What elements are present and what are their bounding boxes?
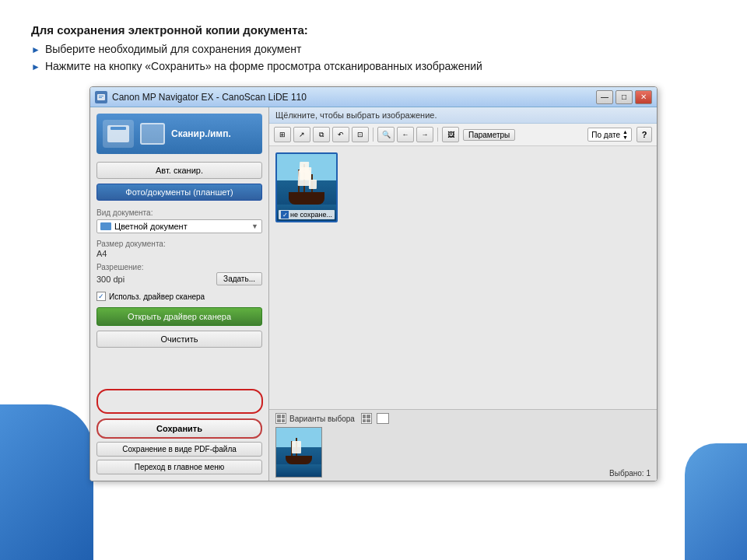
selection-single-icon bbox=[377, 413, 389, 424]
params-button[interactable]: Параметры bbox=[463, 129, 515, 141]
toolbar-zoom-btn[interactable]: 🔍 bbox=[377, 127, 395, 142]
selection-grid-icon-2 bbox=[361, 413, 372, 424]
window-title: Canon MP Navigator EX - CanoScan LiDE 11… bbox=[112, 92, 596, 103]
bullet-icon-2: ► bbox=[31, 61, 40, 72]
toolbar-rotate-btn[interactable]: ↶ bbox=[332, 127, 349, 142]
selection-ship-image bbox=[276, 428, 321, 477]
help-button[interactable]: ? bbox=[637, 127, 652, 142]
selection-label-text: Варианты выбора bbox=[289, 415, 355, 423]
minimize-button[interactable]: — bbox=[596, 90, 613, 104]
toolbar-crop-btn[interactable]: ⊡ bbox=[352, 127, 369, 142]
instruction-title: Для сохранения электронной копии докумен… bbox=[31, 23, 716, 37]
window-body: Сканир./имп. Авт. сканир. Фото/документы… bbox=[90, 107, 657, 481]
selection-grid-icon bbox=[275, 413, 286, 424]
resolution-value: 300 dpi bbox=[96, 275, 216, 284]
sail-4 bbox=[309, 180, 317, 189]
toolbar-image-btn[interactable]: 🖼 bbox=[442, 127, 459, 142]
selection-section: Варианты выбора bbox=[269, 409, 657, 481]
bullet-icon-1: ► bbox=[31, 44, 40, 55]
bottom-buttons: Сохранить Сохранение в виде PDF-файла Пе… bbox=[96, 418, 262, 474]
params-label: Параметры bbox=[468, 131, 510, 139]
doc-type-icon bbox=[100, 222, 111, 230]
not-saved-label: не сохране... bbox=[290, 211, 332, 219]
image-grid: ✓ не сохране... bbox=[275, 152, 651, 222]
toolbar-copy-btn[interactable]: ⧉ bbox=[313, 127, 330, 142]
right-panel: Щёлкните, чтобы выбрать изображение. ⊞ ↗… bbox=[269, 107, 657, 481]
right-toolbar: ⊞ ↗ ⧉ ↶ ⊡ 🔍 ← → 🖼 Параметры По дате bbox=[269, 124, 657, 146]
doc-size-label: Размер документа: bbox=[96, 240, 262, 248]
auto-scan-button[interactable]: Авт. сканир. bbox=[96, 162, 262, 179]
sort-label: По дате bbox=[591, 131, 620, 139]
page-content: Для сохранения электронной копии докумен… bbox=[0, 0, 747, 497]
toolbar-sep-1 bbox=[373, 128, 374, 142]
scanner-header: Сканир./имп. bbox=[96, 114, 262, 154]
top-hint-text: Щёлкните, чтобы выбрать изображение. bbox=[275, 110, 437, 120]
maximize-button[interactable]: □ bbox=[615, 90, 633, 104]
resolution-row: 300 dpi Задать... bbox=[96, 272, 262, 285]
grid-cell-2 bbox=[282, 415, 286, 418]
bullet-text-1: Выберите необходимый для сохранения доку… bbox=[45, 43, 302, 55]
instructions-block: Для сохранения электронной копии докумен… bbox=[31, 23, 716, 72]
thumb-inner-1: ✓ не сохране... bbox=[275, 152, 338, 222]
svg-rect-2 bbox=[99, 97, 102, 98]
selection-area: Варианты выбора bbox=[269, 409, 657, 481]
select-arrow-icon: ▼ bbox=[251, 222, 258, 230]
resolution-label: Разрешение: bbox=[96, 263, 262, 271]
driver-checkbox-label: Использ. драйвер сканера bbox=[109, 292, 205, 301]
sail-3 bbox=[300, 162, 309, 173]
ship-hull bbox=[289, 192, 324, 204]
save-pdf-button[interactable]: Сохранение в виде PDF-файла bbox=[96, 442, 262, 457]
app-window: Canon MP Navigator EX - CanoScan LiDE 11… bbox=[89, 86, 658, 481]
thumb-checkbox[interactable]: ✓ bbox=[281, 211, 289, 219]
image-area: ✓ не сохране... bbox=[269, 146, 657, 409]
sort-dropdown[interactable]: По дате ▲ ▼ bbox=[587, 128, 632, 142]
window-titlebar: Canon MP Navigator EX - CanoScan LiDE 11… bbox=[90, 87, 657, 107]
scanner-mode-icon bbox=[140, 123, 165, 145]
open-driver-button[interactable]: Открыть драйвер сканера bbox=[96, 307, 262, 326]
clear-button[interactable]: Очистить bbox=[96, 331, 262, 348]
panel-spacer bbox=[96, 348, 262, 418]
doc-type-label: Вид документа: bbox=[96, 208, 262, 217]
grid-cell-1 bbox=[277, 415, 281, 418]
grid-cell-6 bbox=[366, 415, 370, 418]
sel-sail-1 bbox=[292, 441, 301, 453]
grid-cell-3 bbox=[277, 419, 281, 423]
svg-rect-1 bbox=[99, 96, 103, 96]
not-saved-overlay: ✓ не сохране... bbox=[279, 210, 335, 219]
doc-size-value: А4 bbox=[96, 249, 262, 258]
selected-count: Выбрано: 1 bbox=[609, 469, 651, 478]
toolbar-sep-2 bbox=[437, 128, 438, 142]
driver-checkbox[interactable]: ✓ bbox=[96, 292, 106, 301]
scanner-icon bbox=[107, 125, 129, 142]
grid-cell-4 bbox=[282, 419, 286, 423]
scan-label: Сканир./имп. bbox=[171, 128, 231, 139]
close-button[interactable]: ✕ bbox=[635, 90, 652, 104]
toolbar-arrow-btn[interactable]: ← bbox=[397, 127, 414, 142]
toolbar-grid-btn[interactable]: ⊞ bbox=[274, 127, 291, 142]
driver-checkbox-row: ✓ Использ. драйвер сканера bbox=[96, 292, 262, 301]
bullet-1: ► Выберите необходимый для сохранения до… bbox=[31, 43, 716, 55]
doc-type-value: Цветной документ bbox=[114, 222, 188, 231]
grid-cell-5 bbox=[363, 415, 366, 418]
photo-doc-button[interactable]: Фото/документы (планшет) bbox=[96, 184, 262, 201]
bullet-2: ► Нажмите на кнопку «Сохранить» на форме… bbox=[31, 60, 716, 72]
top-hint-bar: Щёлкните, чтобы выбрать изображение. bbox=[269, 107, 657, 124]
grid-cell-8 bbox=[366, 419, 370, 423]
save-button[interactable]: Сохранить bbox=[96, 418, 262, 439]
toolbar-arrow2-btn[interactable]: → bbox=[416, 127, 433, 142]
sort-arrows-icon: ▲ ▼ bbox=[622, 129, 628, 140]
grid-cell-7 bbox=[363, 419, 366, 423]
doc-type-select[interactable]: Цветной документ ▼ bbox=[96, 219, 262, 233]
main-menu-button[interactable]: Переход в главное меню bbox=[96, 460, 262, 474]
image-thumb-1[interactable]: ✓ не сохране... bbox=[275, 152, 338, 222]
bullet-text-2: Нажмите на кнопку «Сохранить» на форме п… bbox=[45, 60, 482, 72]
selection-thumb-1[interactable] bbox=[275, 427, 322, 478]
selection-thumbs bbox=[275, 427, 651, 478]
zadaty-button[interactable]: Задать... bbox=[216, 272, 262, 285]
scanner-icon-box bbox=[103, 120, 134, 148]
sel-hull bbox=[286, 456, 313, 464]
toolbar-select-btn[interactable]: ↗ bbox=[293, 127, 310, 142]
app-icon bbox=[95, 91, 107, 103]
sel-water bbox=[276, 464, 321, 477]
selection-label-row: Варианты выбора bbox=[275, 413, 651, 424]
